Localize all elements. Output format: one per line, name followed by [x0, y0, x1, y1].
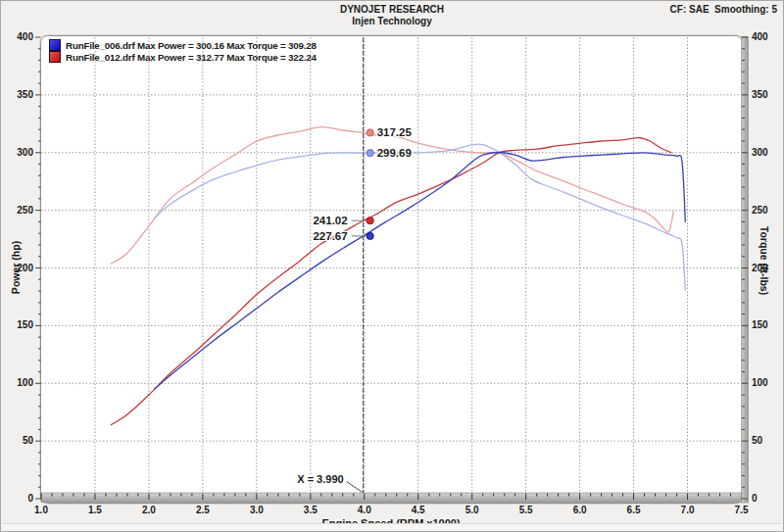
x-tick-label: 6.5 [618, 505, 650, 516]
x-tick-label: 2.0 [133, 505, 165, 516]
y-right-tick-label: 350 [752, 89, 783, 101]
x-tick-label: 4.0 [349, 505, 380, 516]
y-right-axis-title: Torque (ft-lbs) [759, 226, 770, 295]
legend-row-runfile-006: RunFile_006.drf Max Power = 300.16 Max T… [49, 39, 317, 51]
x-tick-label: 6.0 [564, 505, 596, 516]
x-tick-label: 1.5 [79, 505, 111, 516]
x-tick-label: 7.5 [726, 505, 758, 516]
y-left-tick-label: 100 [1, 377, 33, 389]
legend-row-runfile-012: RunFile_012.drf Max Power = 312.77 Max T… [49, 51, 317, 63]
cursor-value-power-012: 241.02 [299, 214, 348, 227]
cursor-value-torque-012: 317.25 [377, 125, 412, 139]
x-tick-label: 5.0 [457, 505, 488, 516]
plot-area [41, 36, 743, 504]
y-left-tick-label: 400 [1, 31, 33, 43]
cursor-value-torque-006: 299.69 [377, 146, 412, 160]
x-tick-label: 3.0 [241, 505, 272, 516]
y-right-tick-label: 50 [752, 435, 783, 447]
y-left-tick-label: 50 [1, 435, 33, 447]
cursor-x-label: X = 3.990 [275, 473, 344, 486]
legend-label: RunFile_012.drf Max Power = 312.77 Max T… [66, 52, 317, 63]
y-right-tick-label: 0 [752, 493, 783, 505]
x-tick-label: 1.0 [25, 505, 57, 516]
y-right-tick-label: 100 [752, 377, 783, 389]
x-tick-label: 5.5 [511, 505, 542, 516]
y-right-tick-label: 300 [752, 147, 783, 159]
cursor-marker-dot [367, 150, 373, 157]
y-left-tick-label: 350 [1, 89, 33, 101]
window-bottom-edge [2, 523, 782, 530]
y-right-tick-label: 250 [752, 205, 783, 217]
cursor-value-power-006: 227.67 [299, 229, 348, 243]
legend-label: RunFile_006.drf Max Power = 300.16 Max T… [66, 40, 317, 51]
y-right-tick-label: 200 [752, 263, 783, 274]
y-left-tick-label: 250 [1, 205, 33, 217]
dyno-chart-window: DYNOJET RESEARCH Injen Technology CF: SA… [0, 0, 784, 532]
y-right-tick-label: 400 [752, 31, 783, 43]
cursor-marker-dot [367, 129, 373, 136]
x-tick-label: 4.5 [403, 505, 434, 516]
y-left-tick-label: 150 [1, 319, 33, 331]
x-tick-label: 7.0 [672, 505, 704, 516]
x-tick-label: 2.5 [187, 505, 219, 516]
cursor-marker-dot [367, 232, 373, 239]
y-left-tick-label: 200 [1, 263, 33, 274]
legend-swatch-red [49, 51, 61, 63]
cursor-marker-dot [367, 218, 373, 224]
y-left-tick-label: 0 [1, 493, 33, 505]
x-axis-ruler [41, 493, 742, 503]
y-right-tick-label: 150 [752, 319, 783, 331]
dyno-chart-canvas [1, 1, 784, 532]
legend-swatch-blue [49, 39, 61, 51]
x-tick-label: 3.5 [295, 505, 326, 516]
y-left-tick-label: 300 [1, 147, 33, 159]
